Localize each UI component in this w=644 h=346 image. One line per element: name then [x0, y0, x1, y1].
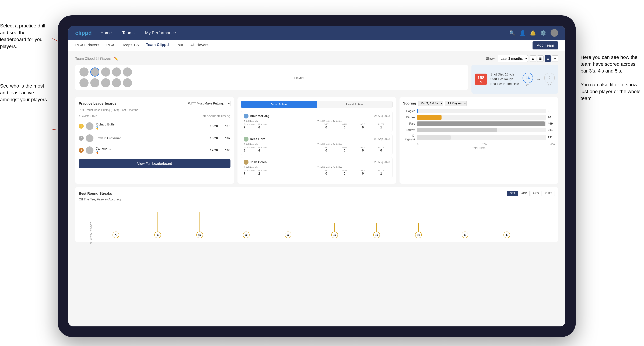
- pac-name-blair: Blair McHarg: [244, 114, 269, 119]
- player-avatar-2[interactable]: [90, 67, 100, 77]
- lb-col-score: PB SCORE: [202, 115, 216, 118]
- bar-pars: Pars 499: [403, 121, 555, 126]
- player-avatar-6[interactable]: [80, 78, 88, 87]
- activity-tab-least-active[interactable]: Least Active: [317, 101, 392, 108]
- lb-col-avg: PB AVG SQ: [216, 115, 230, 118]
- bar-birdies: Birdies 96: [403, 115, 555, 120]
- scoring-panel: Scoring Par 3, 4 & 5s All Players Eagles: [400, 97, 558, 184]
- settings-icon[interactable]: ⚙️: [540, 30, 546, 36]
- lb-avg-1: 110: [220, 124, 230, 128]
- search-icon[interactable]: 🔍: [509, 30, 516, 36]
- player-avatar-1[interactable]: [80, 67, 88, 77]
- chart-dot-4x-3: 4x: [415, 221, 422, 238]
- shot-arrow-icon: →: [536, 77, 541, 82]
- team-title: Team Clippd 14 Players: [75, 56, 110, 61]
- pac-rounds-blair: Total Rounds Tournament 7 Practice 6: [244, 120, 316, 129]
- bar-fill-dbogeys: [417, 135, 450, 140]
- tablet-frame: clippd Home Teams My Performance 🔍 👤 🔔 ⚙…: [58, 15, 576, 337]
- activity-card-rees: Rees Britt 02 Sep 2023 Total Rounds Tour…: [241, 134, 393, 155]
- bar-fill-eagles: [417, 109, 418, 113]
- add-team-button[interactable]: Add Team: [532, 41, 558, 49]
- scoring-title: Scoring: [403, 101, 416, 105]
- shot-circle-end: 0: [544, 73, 555, 83]
- subnav-all-players[interactable]: All Players: [190, 43, 208, 48]
- player-avatar-5[interactable]: [123, 67, 132, 77]
- bar-fill-birdies: [417, 115, 442, 120]
- lb-score-2: 18/20: [208, 137, 218, 140]
- subnav-team-clippd[interactable]: Team Clippd: [146, 42, 169, 48]
- subnav-pgat[interactable]: PGAT Players: [75, 43, 99, 48]
- streaks-filter-ott[interactable]: OTT: [507, 191, 518, 196]
- user-avatar[interactable]: [550, 29, 558, 37]
- tablet-screen: clippd Home Teams My Performance 🔍 👤 🔔 ⚙…: [68, 26, 565, 327]
- view-grid-btn[interactable]: ⊞: [530, 55, 536, 62]
- lb-avatar-2: [86, 134, 94, 142]
- main-content: Team Clippd 14 Players ✏️ Show: Last 3 m…: [68, 51, 565, 327]
- player-avatar-4[interactable]: [112, 67, 121, 77]
- pac-dot-blair: [244, 114, 248, 119]
- pac-activities-josh: Total Practice Activities OTT 0 APP 0: [318, 166, 390, 175]
- chart-dot-7x-1: 7x: [112, 203, 119, 238]
- edit-icon[interactable]: ✏️: [114, 56, 118, 61]
- lb-avatar-1: [86, 122, 94, 130]
- streaks-filter-app[interactable]: APP: [519, 191, 530, 196]
- view-full-leaderboard-button[interactable]: View Full Leaderboard: [79, 159, 230, 168]
- nav-teams[interactable]: Teams: [120, 29, 136, 36]
- shot-distance: 198 yd: [475, 74, 487, 85]
- lb-rank-1: 1: [79, 124, 84, 129]
- practice-lb-title: Practice Leaderboards: [79, 102, 116, 106]
- lb-score-1: 19/20: [208, 124, 218, 128]
- streaks-header: Best Round Streaks OTT APP ARG PUTT: [79, 191, 555, 196]
- view-list-btn[interactable]: ☰: [537, 55, 544, 62]
- nav-performance[interactable]: My Performance: [143, 29, 178, 36]
- bar-dbogeys: D. Bogeys+ 131: [403, 134, 555, 141]
- bar-eagles: Eagles 3: [403, 109, 555, 113]
- player-avatar-10[interactable]: [123, 78, 132, 87]
- lb-avg-2: 107: [220, 137, 230, 140]
- drill-select[interactable]: PUTT Must Make Putting...: [185, 101, 230, 106]
- nav-home[interactable]: Home: [99, 29, 114, 36]
- scoring-player-filter[interactable]: All Players: [445, 101, 466, 106]
- streaks-filter-arg[interactable]: ARG: [530, 191, 542, 196]
- pac-name-rees: Rees Britt: [244, 137, 265, 142]
- player-avatar-7[interactable]: [90, 78, 100, 87]
- activity-card-josh: Josh Coles 26 Aug 2023 Total Rounds Tour…: [241, 157, 393, 178]
- pac-date-rees: 02 Sep 2023: [374, 138, 390, 141]
- player-avatar-3[interactable]: [101, 67, 110, 77]
- streaks-title: Best Round Streaks: [79, 191, 112, 195]
- lb-avatar-3: [86, 147, 94, 154]
- pac-name-josh: Josh Coles: [244, 160, 267, 165]
- bar-fill-bogeys: [417, 128, 497, 132]
- scoring-par-filter[interactable]: Par 3, 4 & 5s: [418, 101, 443, 106]
- player-avatar-9[interactable]: [112, 78, 121, 87]
- pac-stats-josh: Total Rounds Tournament 7 Practice 2: [244, 166, 390, 175]
- show-label: Show:: [486, 57, 496, 61]
- player-avatar-8[interactable]: [101, 78, 110, 87]
- chart-dot-6x-1: 6x: [154, 210, 161, 238]
- players-label: Players: [135, 76, 464, 80]
- show-controls: Show: Last 3 months Last month Last 6 mo…: [486, 55, 558, 62]
- view-card-btn[interactable]: ⊟: [544, 55, 551, 62]
- shot-start-lie: Start Lie: Rough: [490, 77, 519, 82]
- view-detail-btn[interactable]: ≡: [552, 55, 558, 62]
- people-icon[interactable]: 👤: [520, 30, 526, 36]
- subnav-tour[interactable]: Tour: [176, 43, 183, 48]
- bar-fill-pars: [417, 121, 544, 126]
- pac-rounds-josh: Total Rounds Tournament 7 Practice 2: [244, 166, 316, 175]
- lb-name-1: Richard Butler: [96, 123, 205, 126]
- players-row: Players: [75, 65, 468, 90]
- activity-tab-most-active[interactable]: Most Active: [241, 101, 317, 108]
- streaks-filter-putt[interactable]: PUTT: [542, 191, 555, 196]
- practice-leaderboards-panel: Practice Leaderboards PUTT Must Make Put…: [75, 97, 234, 184]
- subnav-pga[interactable]: PGA: [106, 43, 114, 48]
- lb-col-name: PLAYER NAME: [79, 115, 202, 118]
- team-header: Team Clippd 14 Players ✏️ Show: Last 3 m…: [75, 55, 558, 62]
- subnav: PGAT Players PGA Hcaps 1-5 Team Clippd T…: [68, 40, 565, 51]
- subnav-hcaps[interactable]: Hcaps 1-5: [122, 43, 139, 48]
- lb-rank-3: 3: [79, 148, 84, 153]
- activity-tabs: Most Active Least Active: [241, 101, 393, 108]
- scoring-x-label: Total Shots: [403, 147, 555, 149]
- bell-icon[interactable]: 🔔: [530, 30, 536, 36]
- lb-rank-2: 2: [79, 136, 84, 141]
- show-select[interactable]: Last 3 months Last month Last 6 months L…: [498, 55, 528, 62]
